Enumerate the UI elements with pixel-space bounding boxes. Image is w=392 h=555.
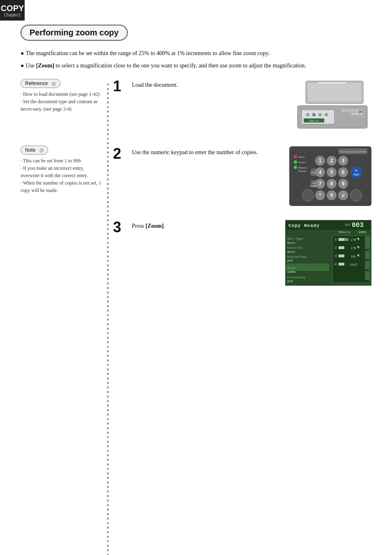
reference-label: Reference xyxy=(21,79,60,88)
ref-item-2: · Set the document type and contrast as … xyxy=(21,98,103,113)
step-1-number: 1 xyxy=(113,79,125,94)
svg-text:0: 0 xyxy=(330,192,333,198)
svg-text:6: 6 xyxy=(342,169,345,175)
svg-text:5: 5 xyxy=(330,169,333,175)
svg-text:3: 3 xyxy=(342,158,345,164)
svg-text:Off: Off xyxy=(287,259,293,263)
svg-text:Contrast: Contrast xyxy=(287,246,303,250)
svg-text:Finishing: Finishing xyxy=(287,275,305,279)
note-item-3: · When the number of copies is not set, … xyxy=(21,179,103,194)
svg-text:Off: Off xyxy=(287,280,293,283)
svg-text:Fax Cancel/Job Confirm: Fax Cancel/Job Confirm xyxy=(340,150,366,153)
svg-text:*: * xyxy=(319,192,321,199)
svg-point-17 xyxy=(294,155,297,158)
svg-text:3: 3 xyxy=(335,254,337,258)
step-3-number: 3 xyxy=(113,220,125,235)
svg-rect-85 xyxy=(339,246,344,249)
header-bar: COPY Chapter1 xyxy=(0,0,25,21)
step-2-number: 2 xyxy=(113,146,125,161)
svg-rect-1 xyxy=(308,83,361,102)
svg-text:2: 2 xyxy=(330,158,333,164)
display-svg: Copy Ready Set 003 Memory 100% Doc.Type … xyxy=(285,220,371,286)
step-3-row: 3 Press [Zoom]. Copy Ready Set 003 Memor… xyxy=(113,220,371,287)
intro-bullets: The magnification can be set within the … xyxy=(21,49,371,71)
svg-text:⊕: ⊕ xyxy=(355,169,357,172)
note-item-1: · This can be set from 1 to 999. xyxy=(21,157,103,164)
svg-rect-90 xyxy=(339,254,344,257)
section-title-box: Performing zoom copy xyxy=(21,25,128,41)
keypad-svg: Fax Cancel/Job Confirm Alarm Comm. Memor… xyxy=(289,146,371,206)
step-1-image: 000 o0 xyxy=(293,79,371,134)
svg-rect-100 xyxy=(365,271,369,280)
step-1-row: 1 Load the document. xyxy=(113,79,371,134)
svg-text:1: 1 xyxy=(335,238,337,241)
svg-text:Auto: Auto xyxy=(287,250,295,254)
svg-text:Doc.Type: Doc.Type xyxy=(287,237,303,240)
svg-point-57 xyxy=(350,190,362,201)
svg-text:11x17: 11x17 xyxy=(350,264,358,266)
note-icon xyxy=(39,148,44,153)
svg-text:LGL: LGL xyxy=(351,255,356,258)
reference-icon xyxy=(52,82,56,86)
svg-point-36 xyxy=(350,166,362,178)
svg-text:8: 8 xyxy=(330,181,333,187)
svg-point-56 xyxy=(302,190,314,201)
svg-text:4: 4 xyxy=(335,263,337,266)
svg-point-6 xyxy=(312,113,316,116)
ref-item-1: · How to load document (see page 1-42) xyxy=(21,90,103,98)
svg-rect-97 xyxy=(365,236,369,249)
svg-point-5 xyxy=(306,113,309,116)
header-subtitle: Chapter1 xyxy=(4,13,21,17)
svg-text:LTR: LTR xyxy=(351,238,356,242)
section-title: Performing zoom copy xyxy=(30,28,119,37)
svg-text:Start: Start xyxy=(353,173,359,176)
scanner-svg: 000 o0 xyxy=(293,79,371,132)
svg-text:9: 9 xyxy=(342,181,345,187)
step-3-text: Press [Zoom]. xyxy=(132,220,279,230)
note-item-2: · If you make an incorrect entry, overwr… xyxy=(21,164,103,179)
step-2-image: Fax Cancel/Job Confirm Alarm Comm. Memor… xyxy=(289,146,371,208)
step-3-image: Copy Ready Set 003 Memory 100% Doc.Type … xyxy=(285,220,371,287)
svg-marker-80 xyxy=(344,238,348,241)
svg-text:DuplexCopy: DuplexCopy xyxy=(287,255,307,259)
left-column: Reference · How to load document (see pa… xyxy=(21,79,107,555)
two-column-layout: Reference · How to load document (see pa… xyxy=(21,79,371,555)
svg-text:100%: 100% xyxy=(358,230,366,234)
svg-text:Receive: Receive xyxy=(298,170,307,172)
svg-rect-2 xyxy=(318,82,347,83)
svg-point-19 xyxy=(294,160,297,164)
svg-rect-95 xyxy=(339,263,344,266)
svg-text:Copy Ready: Copy Ready xyxy=(288,223,320,228)
note-section: Note · This can be set from 1 to 999. · … xyxy=(21,146,103,194)
svg-point-21 xyxy=(294,166,297,169)
svg-text:Comm.: Comm. xyxy=(298,161,307,164)
svg-text:Zoom: Zoom xyxy=(287,266,295,270)
svg-text:7: 7 xyxy=(319,181,322,187)
svg-rect-79 xyxy=(339,238,344,241)
svg-point-8 xyxy=(325,113,328,116)
step-2-text: Use the numeric keypad to enter the numb… xyxy=(132,146,283,157)
header-title: COPY xyxy=(1,4,24,13)
svg-text:100%: 100% xyxy=(287,270,295,274)
svg-text:Alarm: Alarm xyxy=(298,156,305,158)
bullet-2: Use [Zoom] to select a magnification clo… xyxy=(21,61,371,70)
svg-rect-98 xyxy=(365,251,369,259)
svg-text:Memory: Memory xyxy=(339,230,350,234)
svg-text:2: 2 xyxy=(335,246,337,250)
svg-text:Set: Set xyxy=(345,223,350,227)
svg-text:003: 003 xyxy=(352,222,364,229)
svg-text:Memory: Memory xyxy=(298,166,307,169)
svg-text:Auto: Auto xyxy=(287,241,295,245)
svg-text:4: 4 xyxy=(319,169,322,175)
svg-point-7 xyxy=(318,113,322,116)
steps-column: 1 Load the document. xyxy=(109,79,371,555)
svg-rect-76 xyxy=(332,236,369,283)
reference-content: · How to load document (see page 1-42) ·… xyxy=(21,90,103,113)
svg-rect-12 xyxy=(351,113,363,115)
note-label: Note xyxy=(21,146,48,155)
step-2-row: 2 Use the numeric keypad to enter the nu… xyxy=(113,146,371,208)
svg-text:#: # xyxy=(341,192,345,199)
note-content: · This can be set from 1 to 999. · If yo… xyxy=(21,157,103,194)
bullet-1: The magnification can be set within the … xyxy=(21,49,371,58)
svg-text:000 o0: 000 o0 xyxy=(309,120,318,123)
